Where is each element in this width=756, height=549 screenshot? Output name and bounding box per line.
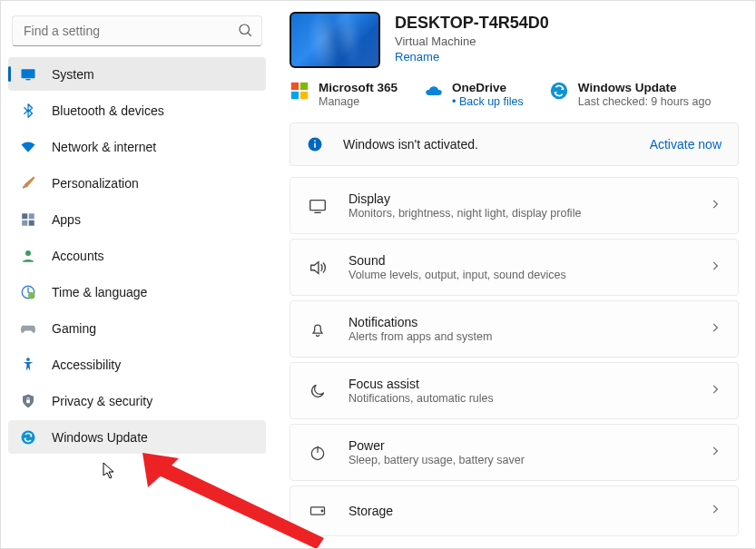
rename-link[interactable]: Rename [395, 50, 439, 64]
bell-icon [307, 319, 329, 340]
svg-point-8 [25, 250, 31, 256]
card-title: Storage [349, 504, 709, 518]
nav-label: Windows Update [52, 430, 148, 445]
svg-point-11 [26, 358, 30, 361]
gamepad-icon [19, 319, 37, 338]
svg-rect-17 [300, 92, 308, 99]
card-sub: Alerts from apps and system [349, 330, 709, 343]
quick-links: Microsoft 365 Manage OneDrive Back up fi… [290, 81, 739, 108]
card-title: Notifications [349, 315, 709, 329]
svg-rect-7 [29, 220, 34, 225]
activate-now-link[interactable]: Activate now [650, 137, 722, 152]
svg-rect-2 [22, 69, 35, 78]
search-box[interactable] [12, 15, 262, 46]
wifi-icon [19, 138, 37, 156]
desktop-wallpaper-thumb[interactable] [290, 12, 380, 68]
sidebar-item-accounts[interactable]: Accounts [8, 239, 266, 272]
drive-icon [307, 500, 329, 522]
chevron-right-icon [709, 321, 722, 338]
power-icon [307, 442, 329, 464]
chevron-right-icon [709, 503, 722, 519]
svg-rect-3 [26, 79, 31, 80]
card-display[interactable]: DisplayMonitors, brightness, night light… [290, 177, 739, 234]
sidebar-item-system[interactable]: System [8, 57, 266, 91]
person-icon [19, 247, 37, 265]
card-title: Sound [349, 253, 709, 268]
pc-type: Virtual Machine [395, 34, 739, 48]
svg-rect-20 [314, 143, 316, 148]
search-input[interactable] [12, 15, 262, 46]
nav-label: System [52, 67, 94, 82]
svg-point-27 [321, 510, 323, 512]
svg-rect-16 [291, 92, 299, 99]
card-storage[interactable]: Storage [290, 485, 739, 536]
sidebar-item-accessibility[interactable]: Accessibility [8, 348, 266, 381]
quick-onedrive[interactable]: OneDrive Back up files [423, 81, 524, 108]
bluetooth-icon [19, 102, 37, 120]
quick-title: Microsoft 365 [319, 81, 398, 94]
card-title: Display [349, 191, 709, 206]
nav-label: Personalization [52, 176, 139, 191]
svg-rect-4 [22, 213, 27, 219]
update-sync-icon [549, 81, 569, 101]
sidebar-item-gaming[interactable]: Gaming [8, 311, 266, 345]
svg-point-0 [240, 25, 250, 34]
quick-microsoft365[interactable]: Microsoft 365 Manage [290, 81, 398, 108]
pc-header: DESKTOP-T4R54D0 Virtual Machine Rename [290, 12, 739, 68]
svg-point-10 [28, 292, 35, 299]
sidebar-item-apps[interactable]: Apps [8, 202, 266, 236]
activation-banner: Windows isn't activated. Activate now [290, 123, 739, 166]
sidebar-item-bluetooth[interactable]: Bluetooth & devices [8, 93, 266, 127]
nav-label: Accounts [52, 249, 104, 263]
banner-text: Windows isn't activated. [343, 137, 650, 152]
monitor-icon [307, 195, 329, 217]
card-sub: Notifications, automatic rules [349, 392, 709, 405]
quick-sub: Last checked: 9 hours ago [578, 95, 712, 108]
card-title: Power [349, 438, 709, 453]
svg-rect-6 [22, 220, 27, 225]
brush-icon [19, 174, 37, 192]
card-power[interactable]: PowerSleep, battery usage, battery saver [290, 424, 739, 481]
chevron-right-icon [709, 383, 722, 399]
main-content: DESKTOP-T4R54D0 Virtual Machine Rename M… [273, 1, 755, 548]
card-sound[interactable]: SoundVolume levels, output, input, sound… [290, 239, 739, 296]
card-notifications[interactable]: NotificationsAlerts from apps and system [290, 300, 739, 358]
sidebar-item-windows-update[interactable]: Windows Update [8, 420, 266, 454]
svg-rect-22 [310, 200, 326, 210]
sidebar-item-network[interactable]: Network & internet [8, 130, 266, 163]
svg-rect-15 [300, 83, 308, 90]
clock-globe-icon [19, 283, 37, 301]
nav-label: Apps [52, 212, 81, 227]
quick-sub: Back up files [452, 95, 524, 108]
shield-icon [19, 392, 37, 410]
chevron-right-icon [709, 260, 722, 276]
sidebar-item-privacy[interactable]: Privacy & security [8, 384, 266, 417]
microsoft365-icon [290, 81, 309, 101]
nav-list: System Bluetooth & devices Network & int… [8, 57, 266, 454]
quick-windows-update[interactable]: Windows Update Last checked: 9 hours ago [549, 81, 712, 108]
nav-label: Accessibility [52, 358, 121, 372]
nav-label: Bluetooth & devices [52, 103, 164, 118]
info-icon [307, 136, 323, 152]
accessibility-icon [19, 356, 37, 374]
card-sub: Sleep, battery usage, battery saver [349, 454, 709, 466]
onedrive-icon [423, 81, 443, 101]
apps-icon [19, 211, 37, 229]
nav-label: Privacy & security [52, 394, 152, 408]
sidebar: System Bluetooth & devices Network & int… [1, 1, 273, 548]
nav-label: Network & internet [52, 140, 156, 154]
update-sync-icon [19, 428, 37, 446]
card-sub: Volume levels, output, input, sound devi… [349, 269, 709, 281]
sidebar-item-time[interactable]: Time & language [8, 275, 266, 309]
svg-rect-14 [291, 83, 299, 90]
sidebar-item-personalization[interactable]: Personalization [8, 166, 266, 200]
card-sub: Monitors, brightness, night light, displ… [349, 207, 709, 220]
settings-card-list: DisplayMonitors, brightness, night light… [290, 177, 739, 536]
card-focus-assist[interactable]: Focus assistNotifications, automatic rul… [290, 362, 739, 419]
card-title: Focus assist [349, 377, 709, 391]
nav-label: Gaming [52, 321, 96, 336]
quick-title: OneDrive [452, 81, 524, 94]
moon-icon [307, 380, 329, 402]
svg-line-1 [248, 33, 250, 35]
chevron-right-icon [709, 445, 722, 461]
